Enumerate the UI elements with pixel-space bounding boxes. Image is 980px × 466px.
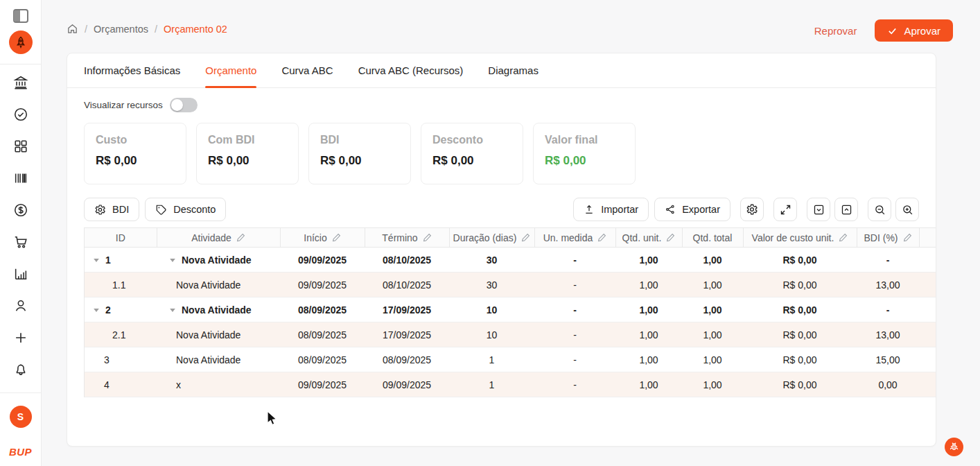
col-desconto[interactable]: De [919,228,936,248]
sidebar-item-user-icon[interactable] [12,297,29,314]
col-inicio[interactable]: Início [280,228,365,248]
sidebar-item-barcode-icon[interactable] [12,170,29,187]
avatar[interactable]: S [10,406,32,428]
cell-end[interactable]: 17/09/2025 [365,322,449,347]
cell-bdi[interactable]: - [857,248,919,273]
expand-all-button[interactable] [834,198,858,221]
cell-unit-cost[interactable]: R$ 0,00 [743,347,857,372]
export-button[interactable]: Exportar [654,198,730,221]
cell-start[interactable]: 09/09/2025 [280,248,365,273]
cell-discount[interactable] [919,273,936,297]
caret-down-icon[interactable] [93,257,100,264]
col-qtd-unit[interactable]: Qtd. unit. [615,228,682,248]
cell-activity[interactable]: x [157,372,280,397]
col-bdi[interactable]: BDI (%) [857,228,919,248]
cell-qty-unit[interactable]: 1,00 [615,273,682,297]
cell-unit-cost[interactable]: R$ 0,00 [743,297,857,322]
home-icon[interactable] [67,23,78,35]
cell-discount[interactable] [919,372,936,397]
cell-unit[interactable]: - [534,322,615,347]
cell-activity[interactable]: Nova Atividade [157,322,280,347]
cell-duration[interactable]: 1 [449,347,534,372]
tab-curva-abc-recursos[interactable]: Curva ABC (Recursos) [358,53,464,87]
cell-duration[interactable]: 1 [449,372,534,397]
cell-discount[interactable] [919,347,936,372]
cell-unit[interactable]: - [534,347,615,372]
cell-start[interactable]: 08/09/2025 [280,347,365,372]
sidebar-item-cart-icon[interactable] [12,234,29,250]
cell-end[interactable]: 17/09/2025 [365,297,449,322]
cell-start[interactable]: 08/09/2025 [280,322,365,347]
cell-bdi[interactable]: 13,00 [857,273,919,297]
cell-activity[interactable]: Nova Atividade [157,248,280,273]
tab-diagramas[interactable]: Diagramas [488,53,539,87]
cell-id[interactable]: 4 [85,372,157,397]
sidebar-item-bell-icon[interactable] [12,361,29,378]
import-button[interactable]: Importar [573,198,649,221]
cell-duration[interactable]: 30 [449,248,534,273]
cell-bdi[interactable]: 0,00 [857,372,919,397]
bug-report-widget[interactable] [945,438,963,456]
breadcrumb-section[interactable]: Orçamentos [94,24,148,35]
col-duracao[interactable]: Duração (dias) [449,228,534,248]
cell-bdi[interactable]: 15,00 [857,347,919,372]
cell-end[interactable]: 08/10/2025 [365,273,449,297]
col-un-medida[interactable]: Un. medida [534,228,615,248]
cell-unit[interactable]: - [534,372,615,397]
sidebar-item-bar-chart-icon[interactable] [12,266,29,282]
cell-activity[interactable]: Nova Atividade [157,347,280,372]
sidebar-item-dollar-circle-icon[interactable] [12,202,29,218]
bdi-button[interactable]: BDI [84,198,139,221]
cell-id[interactable]: 1.1 [85,273,157,297]
reject-button[interactable]: Reprovar [814,25,857,37]
cell-unit-cost[interactable]: R$ 0,00 [743,372,857,397]
zoom-in-button[interactable] [895,198,919,221]
cell-end[interactable]: 08/10/2025 [365,248,449,273]
grid-settings-button[interactable] [740,198,764,221]
caret-down-icon[interactable] [169,257,176,264]
resources-toggle[interactable] [170,98,198,112]
sidebar-item-bank-icon[interactable] [12,74,29,91]
cell-end[interactable]: 08/09/2025 [365,347,449,372]
sidebar-item-check-circle-icon[interactable] [12,106,29,123]
cell-discount[interactable] [919,322,936,347]
col-valor-custo-unit[interactable]: Valor de custo unit. [743,228,857,248]
cell-qty-unit[interactable]: 1,00 [615,347,682,372]
app-logo[interactable] [9,31,33,54]
cell-start[interactable]: 08/09/2025 [280,297,365,322]
caret-down-icon[interactable] [93,307,100,313]
cell-qty-unit[interactable]: 1,00 [615,297,682,322]
sidebar-toggle-icon[interactable] [12,8,29,24]
cell-unit[interactable]: - [534,297,615,322]
approve-button[interactable]: Aprovar [875,19,953,42]
tab-orcamento[interactable]: Orçamento [205,53,256,87]
col-atividade[interactable]: Atividade [157,228,280,248]
cell-bdi[interactable]: - [857,297,919,322]
cell-unit[interactable]: - [534,248,615,273]
tab-informacoes-basicas[interactable]: Informações Básicas [84,53,180,87]
zoom-out-button[interactable] [868,198,891,221]
sidebar-item-grid-icon[interactable] [12,138,29,155]
cell-bdi[interactable]: 13,00 [857,322,919,347]
cell-discount[interactable] [919,248,936,273]
discount-button[interactable]: Desconto [145,198,226,221]
collapse-all-button[interactable] [807,198,830,221]
cell-duration[interactable]: 30 [449,273,534,297]
cell-start[interactable]: 09/09/2025 [280,273,365,297]
cell-unit-cost[interactable]: R$ 0,00 [743,273,857,297]
cell-qty-unit[interactable]: 1,00 [615,248,682,273]
col-termino[interactable]: Término [365,228,449,248]
cell-discount[interactable] [919,297,936,322]
cell-unit[interactable]: - [534,273,615,297]
cell-id[interactable]: 3 [85,347,157,372]
tab-curva-abc[interactable]: Curva ABC [281,53,333,87]
cell-qty-unit[interactable]: 1,00 [615,372,682,397]
cell-activity[interactable]: Nova Atividade [157,273,280,297]
cell-id[interactable]: 2 [85,297,157,322]
cell-end[interactable]: 09/09/2025 [365,372,449,397]
cell-unit-cost[interactable]: R$ 0,00 [743,248,857,273]
cell-unit-cost[interactable]: R$ 0,00 [743,322,857,347]
cell-duration[interactable]: 10 [449,322,534,347]
fullscreen-button[interactable] [773,198,797,221]
cell-id[interactable]: 2.1 [85,322,157,347]
